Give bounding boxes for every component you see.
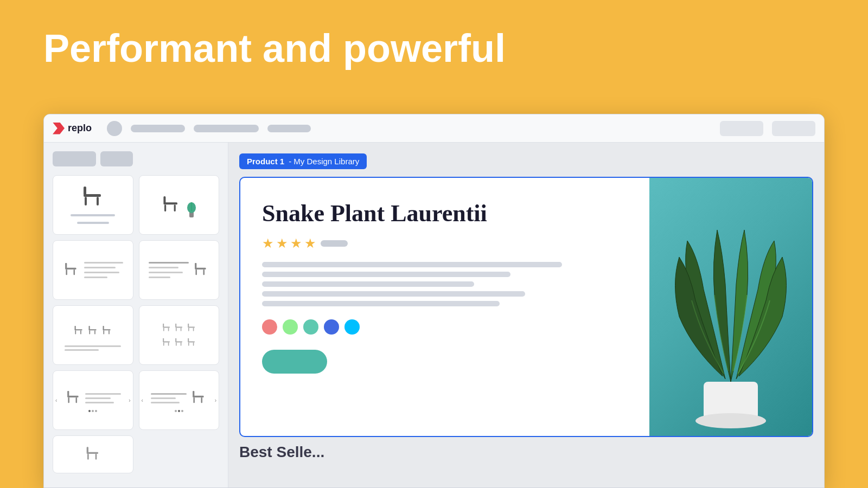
sidebar-card-2[interactable]	[139, 175, 220, 235]
browser-bar-1	[131, 125, 185, 132]
svg-rect-1	[84, 187, 86, 195]
chair-icon-9	[83, 446, 103, 463]
desc-line-5	[262, 301, 500, 306]
sidebar-toolbar	[53, 151, 219, 166]
carousel-arrow-left-8[interactable]: ‹	[142, 397, 143, 403]
mini-chair-6d	[161, 336, 172, 349]
svg-point-68	[695, 413, 766, 428]
color-dot-lightblue[interactable]	[344, 319, 360, 335]
add-to-cart-button[interactable]	[262, 350, 327, 374]
replo-wordmark: replo	[68, 123, 92, 134]
carousel-arrow-right-8[interactable]: ›	[215, 397, 216, 403]
svg-rect-42	[193, 328, 194, 331]
svg-rect-32	[163, 323, 164, 326]
stars-row: ★ ★ ★ ★	[262, 236, 628, 251]
star-3: ★	[290, 236, 302, 251]
mini-chair-6c	[186, 322, 197, 335]
svg-rect-65	[87, 454, 89, 460]
sidebar-card-8[interactable]: ‹	[139, 370, 220, 430]
star-2: ★	[276, 236, 288, 251]
color-dot-green[interactable]	[283, 319, 298, 335]
svg-rect-48	[175, 338, 176, 341]
replo-logo: replo	[53, 123, 92, 134]
browser-btn-2[interactable]	[772, 121, 815, 136]
chair-icon-3	[62, 260, 80, 280]
mini-chair-6e	[174, 336, 184, 349]
star-4: ★	[304, 236, 316, 251]
hero-title: Performant and powerful	[0, 0, 868, 92]
color-dot-pink[interactable]	[262, 319, 277, 335]
svg-rect-52	[188, 338, 189, 341]
browser-bar-2	[194, 125, 259, 132]
browser-window: replo	[43, 114, 825, 488]
sidebar-tab-2[interactable]	[100, 151, 133, 166]
mini-chair-5c	[101, 323, 113, 338]
svg-rect-46	[168, 342, 169, 345]
browser-btn-1[interactable]	[720, 121, 763, 136]
plant-title: Snake Plant Laurentii	[262, 200, 628, 227]
carousel-dots-7	[88, 410, 97, 412]
plant-icon-2	[185, 197, 198, 217]
svg-rect-64	[87, 447, 88, 453]
chair-carousel-8	[190, 388, 207, 408]
svg-rect-21	[75, 330, 76, 334]
plant-image	[649, 178, 812, 436]
svg-rect-24	[89, 326, 90, 330]
svg-rect-41	[188, 328, 189, 331]
svg-rect-7	[174, 204, 175, 211]
svg-rect-37	[176, 328, 177, 331]
svg-rect-26	[94, 330, 95, 334]
svg-rect-28	[103, 326, 104, 330]
svg-rect-36	[175, 323, 176, 326]
desc-line-3	[262, 281, 474, 287]
svg-rect-30	[108, 330, 110, 334]
svg-rect-3	[97, 197, 99, 206]
color-dot-blue[interactable]	[324, 319, 339, 335]
svg-rect-20	[75, 326, 76, 330]
svg-rect-58	[76, 397, 78, 403]
svg-rect-12	[65, 263, 67, 268]
sidebar-card-9[interactable]	[53, 435, 133, 473]
sidebar-card-4[interactable]	[139, 240, 220, 300]
card-image-right	[649, 178, 812, 436]
svg-rect-33	[163, 328, 164, 331]
svg-rect-62	[201, 397, 202, 403]
svg-rect-14	[74, 269, 75, 275]
sidebar-card-1[interactable]	[53, 175, 133, 235]
sidebar-card-6[interactable]	[139, 305, 220, 365]
chair-icon-2	[160, 193, 182, 217]
sidebar-card-3[interactable]	[53, 240, 133, 300]
svg-rect-17	[195, 269, 197, 275]
svg-rect-22	[80, 330, 81, 334]
svg-rect-25	[90, 330, 91, 334]
svg-rect-44	[163, 338, 164, 341]
product-label-bold: Product 1	[247, 157, 284, 166]
mini-chair-6a	[161, 322, 172, 335]
star-partial	[321, 240, 348, 247]
sidebar-tab-1[interactable]	[53, 151, 96, 166]
svg-rect-34	[168, 328, 169, 331]
svg-rect-56	[67, 391, 69, 396]
svg-rect-60	[193, 391, 194, 396]
svg-rect-54	[193, 342, 194, 345]
desc-line-2	[262, 272, 510, 277]
carousel-arrow-right-7[interactable]: ›	[129, 397, 130, 403]
chair-carousel-7	[65, 388, 82, 408]
sidebar-card-7[interactable]: ‹	[53, 370, 133, 430]
product-label-rest: - My Design Library	[289, 157, 359, 166]
sidebar-card-5[interactable]	[53, 305, 133, 365]
svg-rect-13	[66, 269, 68, 275]
mini-chair-6b	[174, 322, 184, 335]
color-dot-teal[interactable]	[303, 319, 318, 335]
svg-rect-18	[203, 269, 205, 275]
card-content-left: Snake Plant Laurentii ★ ★ ★ ★	[240, 178, 649, 436]
browser-body: ‹	[44, 143, 824, 487]
svg-rect-38	[181, 328, 182, 331]
carousel-arrow-left-7[interactable]: ‹	[55, 397, 57, 403]
desc-line-4	[262, 291, 525, 297]
browser-bar-3	[267, 125, 311, 132]
star-1: ★	[262, 236, 274, 251]
svg-rect-53	[188, 342, 189, 345]
description-lines	[262, 262, 628, 306]
svg-rect-57	[68, 397, 69, 403]
